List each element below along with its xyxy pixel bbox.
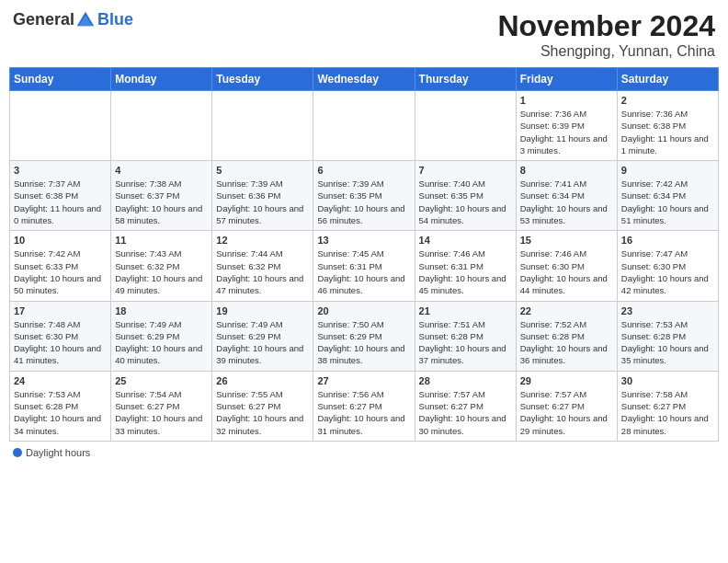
day-number: 2: [621, 95, 714, 106]
calendar-week-row: 1Sunrise: 7:36 AM Sunset: 6:39 PM Daylig…: [10, 91, 719, 161]
day-number: 18: [115, 305, 208, 316]
calendar-cell: 28Sunrise: 7:57 AM Sunset: 6:27 PM Dayli…: [415, 371, 516, 441]
calendar-cell: 24Sunrise: 7:53 AM Sunset: 6:28 PM Dayli…: [10, 371, 111, 441]
daylight-legend-item: Daylight hours: [13, 447, 90, 458]
calendar-cell: 14Sunrise: 7:46 AM Sunset: 6:31 PM Dayli…: [415, 231, 516, 301]
calendar-week-row: 10Sunrise: 7:42 AM Sunset: 6:33 PM Dayli…: [10, 231, 719, 301]
calendar-cell: 2Sunrise: 7:36 AM Sunset: 6:38 PM Daylig…: [617, 91, 718, 161]
day-number: 4: [115, 165, 208, 176]
calendar-cell: 25Sunrise: 7:54 AM Sunset: 6:27 PM Dayli…: [111, 371, 212, 441]
day-number: 27: [317, 375, 410, 386]
day-number: 9: [621, 165, 714, 176]
calendar-cell: 21Sunrise: 7:51 AM Sunset: 6:28 PM Dayli…: [415, 301, 516, 371]
calendar-cell: [313, 91, 415, 161]
day-info: Sunrise: 7:42 AM Sunset: 6:33 PM Dayligh…: [14, 247, 107, 296]
calendar-cell: 26Sunrise: 7:55 AM Sunset: 6:27 PM Dayli…: [212, 371, 313, 441]
day-info: Sunrise: 7:36 AM Sunset: 6:39 PM Dayligh…: [520, 108, 613, 156]
page-subtitle: Shengping, Yunnan, China: [497, 43, 715, 60]
calendar-cell: [10, 91, 111, 161]
daylight-legend-label: Daylight hours: [26, 447, 90, 458]
day-number: 16: [621, 235, 714, 246]
weekday-header: Monday: [111, 68, 212, 91]
day-info: Sunrise: 7:44 AM Sunset: 6:32 PM Dayligh…: [216, 247, 309, 296]
logo-blue: Blue: [97, 10, 133, 29]
legend: Daylight hours: [9, 447, 719, 458]
calendar-week-row: 17Sunrise: 7:48 AM Sunset: 6:30 PM Dayli…: [10, 301, 719, 371]
day-info: Sunrise: 7:57 AM Sunset: 6:27 PM Dayligh…: [520, 388, 613, 437]
weekday-header: Friday: [516, 68, 617, 91]
logo-general: General: [13, 10, 74, 29]
day-info: Sunrise: 7:51 AM Sunset: 6:28 PM Dayligh…: [419, 318, 512, 367]
calendar-cell: 22Sunrise: 7:52 AM Sunset: 6:28 PM Dayli…: [516, 301, 617, 371]
day-number: 22: [520, 305, 613, 316]
calendar-cell: 18Sunrise: 7:49 AM Sunset: 6:29 PM Dayli…: [111, 301, 212, 371]
day-info: Sunrise: 7:53 AM Sunset: 6:28 PM Dayligh…: [621, 318, 714, 367]
day-number: 11: [115, 235, 208, 246]
calendar-cell: 20Sunrise: 7:50 AM Sunset: 6:29 PM Dayli…: [313, 301, 415, 371]
day-info: Sunrise: 7:41 AM Sunset: 6:34 PM Dayligh…: [520, 178, 613, 226]
calendar-cell: 30Sunrise: 7:58 AM Sunset: 6:27 PM Dayli…: [617, 371, 718, 441]
calendar-cell: 5Sunrise: 7:39 AM Sunset: 6:36 PM Daylig…: [212, 161, 313, 231]
day-info: Sunrise: 7:43 AM Sunset: 6:32 PM Dayligh…: [115, 247, 208, 296]
day-info: Sunrise: 7:39 AM Sunset: 6:35 PM Dayligh…: [317, 178, 410, 226]
calendar-cell: [415, 91, 516, 161]
day-info: Sunrise: 7:40 AM Sunset: 6:35 PM Dayligh…: [419, 178, 512, 226]
day-number: 1: [520, 95, 613, 106]
day-info: Sunrise: 7:52 AM Sunset: 6:28 PM Dayligh…: [520, 318, 613, 367]
day-info: Sunrise: 7:56 AM Sunset: 6:27 PM Dayligh…: [317, 388, 410, 437]
day-info: Sunrise: 7:58 AM Sunset: 6:27 PM Dayligh…: [621, 388, 714, 437]
day-info: Sunrise: 7:45 AM Sunset: 6:31 PM Dayligh…: [317, 247, 410, 296]
day-number: 8: [520, 165, 613, 176]
calendar-cell: [212, 91, 313, 161]
day-info: Sunrise: 7:42 AM Sunset: 6:34 PM Dayligh…: [621, 178, 714, 226]
day-number: 21: [419, 305, 512, 316]
title-block: November 2024 Shengping, Yunnan, China: [497, 9, 715, 60]
calendar-cell: 23Sunrise: 7:53 AM Sunset: 6:28 PM Dayli…: [617, 301, 718, 371]
day-info: Sunrise: 7:38 AM Sunset: 6:37 PM Dayligh…: [115, 178, 208, 226]
weekday-header: Tuesday: [212, 68, 313, 91]
day-info: Sunrise: 7:47 AM Sunset: 6:30 PM Dayligh…: [621, 247, 714, 296]
day-info: Sunrise: 7:55 AM Sunset: 6:27 PM Dayligh…: [216, 388, 309, 437]
page-header: General Blue November 2024 Shengping, Yu…: [9, 9, 719, 60]
weekday-header: Thursday: [415, 68, 516, 91]
calendar-cell: 3Sunrise: 7:37 AM Sunset: 6:38 PM Daylig…: [10, 161, 111, 231]
calendar-cell: 13Sunrise: 7:45 AM Sunset: 6:31 PM Dayli…: [313, 231, 415, 301]
logo-icon: [75, 9, 96, 29]
day-info: Sunrise: 7:49 AM Sunset: 6:29 PM Dayligh…: [115, 318, 208, 367]
day-info: Sunrise: 7:49 AM Sunset: 6:29 PM Dayligh…: [216, 318, 309, 367]
calendar-cell: 9Sunrise: 7:42 AM Sunset: 6:34 PM Daylig…: [617, 161, 718, 231]
daylight-legend-dot: [13, 448, 22, 457]
day-number: 26: [216, 375, 309, 386]
calendar-week-row: 24Sunrise: 7:53 AM Sunset: 6:28 PM Dayli…: [10, 371, 719, 441]
day-info: Sunrise: 7:53 AM Sunset: 6:28 PM Dayligh…: [14, 388, 107, 437]
calendar-cell: 27Sunrise: 7:56 AM Sunset: 6:27 PM Dayli…: [313, 371, 415, 441]
page-title: November 2024: [497, 9, 715, 43]
day-number: 3: [14, 165, 107, 176]
day-info: Sunrise: 7:57 AM Sunset: 6:27 PM Dayligh…: [419, 388, 512, 437]
day-number: 19: [216, 305, 309, 316]
calendar-cell: 6Sunrise: 7:39 AM Sunset: 6:35 PM Daylig…: [313, 161, 415, 231]
day-number: 29: [520, 375, 613, 386]
day-number: 20: [317, 305, 410, 316]
calendar-cell: 4Sunrise: 7:38 AM Sunset: 6:37 PM Daylig…: [111, 161, 212, 231]
calendar-week-row: 3Sunrise: 7:37 AM Sunset: 6:38 PM Daylig…: [10, 161, 719, 231]
calendar-cell: 19Sunrise: 7:49 AM Sunset: 6:29 PM Dayli…: [212, 301, 313, 371]
day-number: 28: [419, 375, 512, 386]
day-number: 23: [621, 305, 714, 316]
day-number: 5: [216, 165, 309, 176]
calendar-header-row: SundayMondayTuesdayWednesdayThursdayFrid…: [10, 68, 719, 91]
day-number: 10: [14, 235, 107, 246]
day-number: 7: [419, 165, 512, 176]
day-info: Sunrise: 7:46 AM Sunset: 6:30 PM Dayligh…: [520, 247, 613, 296]
calendar-cell: 17Sunrise: 7:48 AM Sunset: 6:30 PM Dayli…: [10, 301, 111, 371]
day-number: 6: [317, 165, 410, 176]
day-number: 14: [419, 235, 512, 246]
logo: General Blue: [13, 9, 133, 29]
day-number: 24: [14, 375, 107, 386]
calendar-cell: [111, 91, 212, 161]
day-number: 12: [216, 235, 309, 246]
calendar-table: SundayMondayTuesdayWednesdayThursdayFrid…: [9, 67, 719, 442]
day-info: Sunrise: 7:50 AM Sunset: 6:29 PM Dayligh…: [317, 318, 410, 367]
day-info: Sunrise: 7:39 AM Sunset: 6:36 PM Dayligh…: [216, 178, 309, 226]
day-number: 13: [317, 235, 410, 246]
